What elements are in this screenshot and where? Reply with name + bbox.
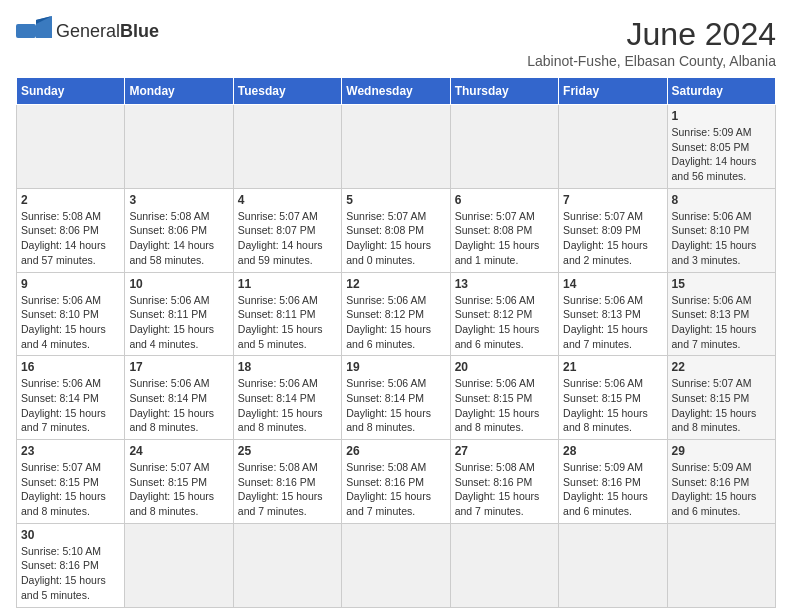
day-number: 23 <box>21 444 120 458</box>
day-number: 20 <box>455 360 554 374</box>
calendar-cell <box>559 523 667 607</box>
calendar-cell <box>233 105 341 189</box>
day-info: Sunrise: 5:06 AM Sunset: 8:13 PM Dayligh… <box>672 293 771 352</box>
calendar-cell: 20Sunrise: 5:06 AM Sunset: 8:15 PM Dayli… <box>450 356 558 440</box>
day-info: Sunrise: 5:07 AM Sunset: 8:15 PM Dayligh… <box>21 460 120 519</box>
calendar-cell <box>233 523 341 607</box>
day-number: 15 <box>672 277 771 291</box>
day-number: 3 <box>129 193 228 207</box>
day-number: 7 <box>563 193 662 207</box>
calendar-row: 9Sunrise: 5:06 AM Sunset: 8:10 PM Daylig… <box>17 272 776 356</box>
calendar-cell: 6Sunrise: 5:07 AM Sunset: 8:08 PM Daylig… <box>450 188 558 272</box>
calendar-cell <box>125 523 233 607</box>
weekday-header-friday: Friday <box>559 78 667 105</box>
calendar-cell: 24Sunrise: 5:07 AM Sunset: 8:15 PM Dayli… <box>125 440 233 524</box>
day-info: Sunrise: 5:06 AM Sunset: 8:13 PM Dayligh… <box>563 293 662 352</box>
calendar-row: 16Sunrise: 5:06 AM Sunset: 8:14 PM Dayli… <box>17 356 776 440</box>
day-number: 9 <box>21 277 120 291</box>
day-number: 19 <box>346 360 445 374</box>
day-number: 30 <box>21 528 120 542</box>
weekday-header-monday: Monday <box>125 78 233 105</box>
calendar-cell: 21Sunrise: 5:06 AM Sunset: 8:15 PM Dayli… <box>559 356 667 440</box>
calendar-cell: 29Sunrise: 5:09 AM Sunset: 8:16 PM Dayli… <box>667 440 775 524</box>
day-number: 16 <box>21 360 120 374</box>
day-info: Sunrise: 5:06 AM Sunset: 8:15 PM Dayligh… <box>455 376 554 435</box>
day-info: Sunrise: 5:08 AM Sunset: 8:06 PM Dayligh… <box>21 209 120 268</box>
day-number: 5 <box>346 193 445 207</box>
calendar-cell: 19Sunrise: 5:06 AM Sunset: 8:14 PM Dayli… <box>342 356 450 440</box>
day-info: Sunrise: 5:06 AM Sunset: 8:10 PM Dayligh… <box>672 209 771 268</box>
day-number: 21 <box>563 360 662 374</box>
calendar-cell <box>17 105 125 189</box>
day-number: 26 <box>346 444 445 458</box>
calendar-cell <box>559 105 667 189</box>
day-info: Sunrise: 5:06 AM Sunset: 8:10 PM Dayligh… <box>21 293 120 352</box>
weekday-header-saturday: Saturday <box>667 78 775 105</box>
day-info: Sunrise: 5:06 AM Sunset: 8:11 PM Dayligh… <box>129 293 228 352</box>
day-info: Sunrise: 5:06 AM Sunset: 8:15 PM Dayligh… <box>563 376 662 435</box>
day-number: 17 <box>129 360 228 374</box>
calendar-cell <box>450 523 558 607</box>
day-info: Sunrise: 5:10 AM Sunset: 8:16 PM Dayligh… <box>21 544 120 603</box>
calendar-cell: 12Sunrise: 5:06 AM Sunset: 8:12 PM Dayli… <box>342 272 450 356</box>
calendar-cell: 14Sunrise: 5:06 AM Sunset: 8:13 PM Dayli… <box>559 272 667 356</box>
calendar-cell: 30Sunrise: 5:10 AM Sunset: 8:16 PM Dayli… <box>17 523 125 607</box>
calendar-cell: 9Sunrise: 5:06 AM Sunset: 8:10 PM Daylig… <box>17 272 125 356</box>
calendar-cell: 15Sunrise: 5:06 AM Sunset: 8:13 PM Dayli… <box>667 272 775 356</box>
day-info: Sunrise: 5:09 AM Sunset: 8:16 PM Dayligh… <box>672 460 771 519</box>
calendar-cell <box>450 105 558 189</box>
calendar-cell <box>342 523 450 607</box>
day-info: Sunrise: 5:06 AM Sunset: 8:14 PM Dayligh… <box>346 376 445 435</box>
calendar-cell: 8Sunrise: 5:06 AM Sunset: 8:10 PM Daylig… <box>667 188 775 272</box>
calendar-cell: 26Sunrise: 5:08 AM Sunset: 8:16 PM Dayli… <box>342 440 450 524</box>
day-info: Sunrise: 5:06 AM Sunset: 8:12 PM Dayligh… <box>346 293 445 352</box>
logo-text: GeneralBlue <box>56 21 159 42</box>
calendar-cell <box>342 105 450 189</box>
day-number: 13 <box>455 277 554 291</box>
calendar-cell <box>667 523 775 607</box>
day-info: Sunrise: 5:08 AM Sunset: 8:16 PM Dayligh… <box>455 460 554 519</box>
day-info: Sunrise: 5:08 AM Sunset: 8:06 PM Dayligh… <box>129 209 228 268</box>
calendar-cell: 23Sunrise: 5:07 AM Sunset: 8:15 PM Dayli… <box>17 440 125 524</box>
location-subtitle: Labinot-Fushe, Elbasan County, Albania <box>527 53 776 69</box>
day-info: Sunrise: 5:06 AM Sunset: 8:12 PM Dayligh… <box>455 293 554 352</box>
day-number: 4 <box>238 193 337 207</box>
day-number: 10 <box>129 277 228 291</box>
month-year-title: June 2024 <box>527 16 776 53</box>
day-info: Sunrise: 5:09 AM Sunset: 8:16 PM Dayligh… <box>563 460 662 519</box>
day-info: Sunrise: 5:08 AM Sunset: 8:16 PM Dayligh… <box>238 460 337 519</box>
logo-bold: Blue <box>120 21 159 41</box>
calendar-cell: 10Sunrise: 5:06 AM Sunset: 8:11 PM Dayli… <box>125 272 233 356</box>
day-info: Sunrise: 5:07 AM Sunset: 8:07 PM Dayligh… <box>238 209 337 268</box>
calendar-cell: 27Sunrise: 5:08 AM Sunset: 8:16 PM Dayli… <box>450 440 558 524</box>
day-number: 11 <box>238 277 337 291</box>
day-number: 28 <box>563 444 662 458</box>
weekday-header-wednesday: Wednesday <box>342 78 450 105</box>
day-info: Sunrise: 5:07 AM Sunset: 8:08 PM Dayligh… <box>455 209 554 268</box>
day-info: Sunrise: 5:09 AM Sunset: 8:05 PM Dayligh… <box>672 125 771 184</box>
weekday-header-thursday: Thursday <box>450 78 558 105</box>
day-info: Sunrise: 5:07 AM Sunset: 8:15 PM Dayligh… <box>129 460 228 519</box>
calendar-cell: 2Sunrise: 5:08 AM Sunset: 8:06 PM Daylig… <box>17 188 125 272</box>
day-number: 27 <box>455 444 554 458</box>
calendar-cell: 18Sunrise: 5:06 AM Sunset: 8:14 PM Dayli… <box>233 356 341 440</box>
header: GeneralBlue June 2024 Labinot-Fushe, Elb… <box>16 16 776 69</box>
day-number: 18 <box>238 360 337 374</box>
calendar-cell: 16Sunrise: 5:06 AM Sunset: 8:14 PM Dayli… <box>17 356 125 440</box>
weekday-header-tuesday: Tuesday <box>233 78 341 105</box>
calendar-cell: 22Sunrise: 5:07 AM Sunset: 8:15 PM Dayli… <box>667 356 775 440</box>
calendar-cell: 4Sunrise: 5:07 AM Sunset: 8:07 PM Daylig… <box>233 188 341 272</box>
calendar-cell: 17Sunrise: 5:06 AM Sunset: 8:14 PM Dayli… <box>125 356 233 440</box>
day-number: 25 <box>238 444 337 458</box>
day-info: Sunrise: 5:06 AM Sunset: 8:14 PM Dayligh… <box>21 376 120 435</box>
calendar-cell: 25Sunrise: 5:08 AM Sunset: 8:16 PM Dayli… <box>233 440 341 524</box>
day-number: 29 <box>672 444 771 458</box>
day-number: 22 <box>672 360 771 374</box>
day-info: Sunrise: 5:06 AM Sunset: 8:14 PM Dayligh… <box>238 376 337 435</box>
day-number: 6 <box>455 193 554 207</box>
day-number: 8 <box>672 193 771 207</box>
calendar-cell: 13Sunrise: 5:06 AM Sunset: 8:12 PM Dayli… <box>450 272 558 356</box>
svg-rect-0 <box>16 24 36 38</box>
calendar-cell: 3Sunrise: 5:08 AM Sunset: 8:06 PM Daylig… <box>125 188 233 272</box>
calendar-cell: 7Sunrise: 5:07 AM Sunset: 8:09 PM Daylig… <box>559 188 667 272</box>
